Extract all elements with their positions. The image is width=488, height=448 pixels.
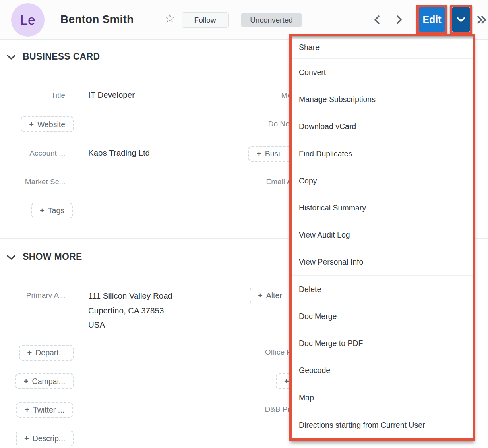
plus-icon: + — [258, 291, 263, 300]
menu-item[interactable]: Share — [292, 36, 473, 59]
field-value-primary-address: 111 Silicon Valley Road Cupertino, CA 37… — [88, 289, 172, 332]
collapse-business-card-icon[interactable] — [6, 54, 16, 60]
menu-item[interactable]: Manage Subscriptions — [292, 86, 473, 113]
add-tags-button[interactable]: + Tags — [31, 203, 73, 218]
address-line-3: USA — [88, 318, 172, 332]
menu-item[interactable]: Doc Merge to PDF — [292, 330, 473, 357]
add-business-label: Busi — [265, 149, 280, 158]
page-title: Benton Smith — [60, 13, 134, 26]
menu-item[interactable]: Doc Merge — [292, 303, 473, 330]
add-description-button[interactable]: + Descrip... — [16, 431, 74, 446]
lead-detail-page: Le Benton Smith ☆ Follow Unconverted Edi… — [0, 0, 488, 448]
edit-button-annotation: Edit — [416, 5, 447, 34]
plus-icon: + — [40, 206, 45, 215]
expand-panel-icon[interactable] — [476, 14, 487, 25]
menu-item[interactable]: Map — [292, 384, 473, 411]
field-label-primary-address: Primary A... — [0, 291, 65, 300]
menu-item[interactable]: Find Duplicates — [292, 140, 473, 167]
menu-item[interactable]: Historical Summary — [292, 194, 473, 221]
menu-item[interactable]: Delete — [292, 276, 473, 303]
business-card-section-title: BUSINESS CARD — [23, 51, 100, 62]
menu-item[interactable]: View Audit Log — [292, 222, 473, 249]
avatar: Le — [11, 3, 45, 37]
menu-item[interactable]: Copy — [292, 167, 473, 194]
menu-item[interactable]: View Personal Info — [292, 249, 473, 276]
status-badge-label: Unconverted — [250, 16, 293, 25]
more-actions-button[interactable] — [452, 7, 470, 32]
chevron-down-icon — [456, 17, 466, 22]
field-value-account: Kaos Trading Ltd — [88, 148, 150, 158]
add-description-label: Descrip... — [33, 434, 65, 443]
avatar-initials: Le — [20, 12, 35, 28]
favorite-star-icon[interactable]: ☆ — [165, 12, 175, 24]
plus-icon: + — [284, 377, 289, 386]
collapse-show-more-icon[interactable] — [6, 254, 16, 261]
add-alternate-label: Alter — [266, 291, 282, 300]
edit-button[interactable]: Edit — [419, 7, 445, 32]
menu-item[interactable]: Geocode — [292, 357, 473, 384]
field-label-dnb: D&B Pri — [0, 405, 292, 414]
add-campaign-button[interactable]: + Campai... — [15, 373, 74, 389]
field-label-mobile: Mo — [0, 91, 292, 100]
previous-record-icon[interactable] — [373, 14, 381, 25]
menu-item[interactable]: Convert — [292, 59, 473, 86]
field-label-office-phone: Office P — [0, 348, 292, 357]
status-badge: Unconverted — [241, 13, 302, 27]
plus-icon: + — [24, 434, 29, 443]
more-actions-annotation — [450, 5, 472, 34]
menu-item[interactable]: Download vCard — [292, 113, 473, 140]
follow-button[interactable]: Follow — [182, 12, 229, 28]
field-label-account: Account ... — [0, 149, 65, 158]
address-line-2: Cupertino, CA 37853 — [88, 303, 172, 318]
menu-item[interactable]: Directions starting from Current User — [292, 411, 473, 438]
address-line-1: 111 Silicon Valley Road — [88, 289, 172, 303]
dropdown-menu: ShareConvertManage SubscriptionsDownload… — [292, 36, 473, 438]
next-record-icon[interactable] — [395, 14, 403, 25]
plus-icon: + — [24, 377, 29, 386]
field-label-email: Email A — [0, 178, 292, 186]
field-label-do-not: Do Not — [0, 120, 292, 128]
show-more-section-title: SHOW MORE — [23, 251, 82, 262]
add-campaign-label: Campai... — [32, 377, 65, 386]
actions-menu-annotation: ShareConvertManage SubscriptionsDownload… — [289, 34, 475, 441]
follow-label: Follow — [194, 16, 216, 25]
plus-icon: + — [257, 149, 261, 158]
add-tags-label: Tags — [48, 206, 64, 215]
